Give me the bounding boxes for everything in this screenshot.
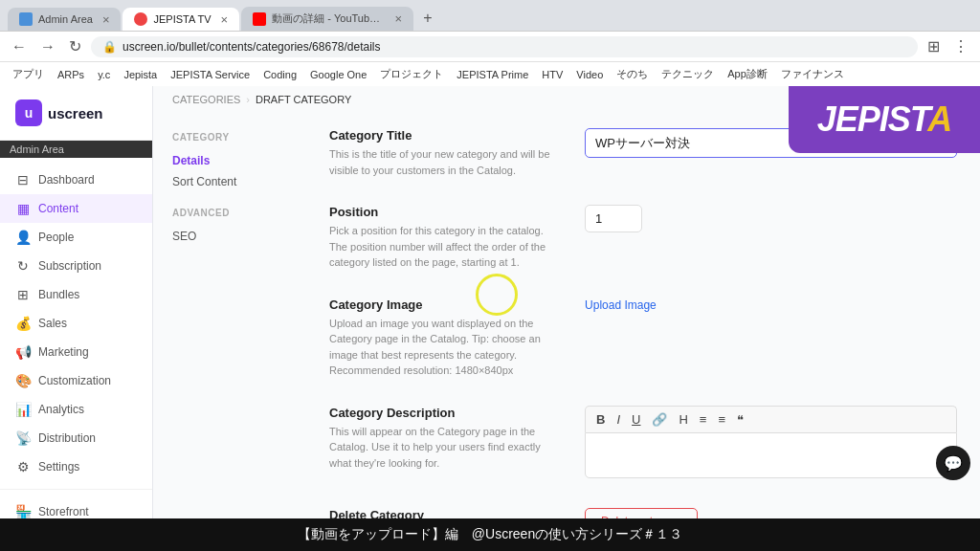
position-label: Position <box>329 205 562 219</box>
delete-category-row: Delete Category By clicking on this dele… <box>329 508 957 519</box>
people-icon: 👤 <box>15 230 31 245</box>
bookmark-finance[interactable]: ファイナンス <box>776 65 849 83</box>
tab-youtube[interactable]: 動画の詳細 - YouTube Studio × <box>241 7 413 31</box>
sidebar-item-analytics[interactable]: 📊 Analytics <box>0 395 152 424</box>
caption-bar: 【動画をアップロード】編 @Uscreenの使い方シリーズ＃１３ <box>0 518 980 551</box>
chat-icon: 💬 <box>944 454 963 473</box>
caption-text: 【動画をアップロード】編 @Uscreenの使い方シリーズ＃１３ <box>298 526 682 541</box>
bookmark-yc[interactable]: y.c <box>93 67 115 82</box>
left-panel-item-sort-content[interactable]: Sort Content <box>172 171 287 192</box>
tab-close-icon[interactable]: × <box>395 12 403 25</box>
marketing-icon: 📢 <box>15 344 31 360</box>
analytics-icon: 📊 <box>15 402 31 417</box>
rte-italic-button[interactable]: I <box>612 410 625 429</box>
sidebar-item-marketing[interactable]: 📢 Marketing <box>0 338 152 366</box>
bookmark-jepista[interactable]: Jepista <box>119 67 162 82</box>
rte-toolbar: B I U 🔗 H ≡ ≡ ❝ <box>585 406 957 432</box>
category-title-desc: This is the title of your new category a… <box>329 146 562 178</box>
sidebar-item-label: Analytics <box>38 403 84 416</box>
delete-category-button[interactable]: Delete category <box>585 508 698 519</box>
category-section-label: CATEGORY <box>172 132 287 143</box>
rte-bold-button[interactable]: B <box>591 410 610 429</box>
subscription-icon: ↻ <box>15 258 31 274</box>
rte-link-button[interactable]: 🔗 <box>647 410 672 429</box>
delete-category-label: Delete Category <box>329 508 562 519</box>
tab-admin[interactable]: Admin Area × <box>8 8 121 31</box>
back-button[interactable]: ← <box>8 36 31 57</box>
chat-bubble[interactable]: 💬 <box>936 446 970 480</box>
sidebar-nav: ⊟ Dashboard ▦ Content 👤 People ↻ Subscri… <box>0 158 152 489</box>
sidebar-item-storefront[interactable]: 🏪 Storefront <box>0 497 152 518</box>
advanced-section-label: ADVANCED <box>172 208 287 218</box>
rte-quote-button[interactable]: ❝ <box>732 410 748 429</box>
tab-close-icon[interactable]: × <box>102 13 110 26</box>
address-bar[interactable]: 🔒 uscreen.io/bullet/contents/categories/… <box>91 36 918 57</box>
logo-text: uscreen <box>48 105 103 121</box>
content-icon: ▦ <box>15 201 31 216</box>
category-title-label: Category Title <box>329 128 562 143</box>
delete-category-label-group: Delete Category By clicking on this dele… <box>329 508 562 519</box>
sidebar-item-label: Settings <box>38 460 79 474</box>
bookmark-apps[interactable]: アプリ <box>8 65 49 83</box>
rte-underline-button[interactable]: U <box>627 410 645 429</box>
bookmark-htv[interactable]: HTV <box>537 67 568 82</box>
category-image-label: Category Image <box>329 298 562 312</box>
rte-ordered-list-button[interactable]: ≡ <box>713 410 730 429</box>
category-description-label-group: Category Description This will appear on… <box>329 406 562 472</box>
sidebar-item-bundles[interactable]: ⊞ Bundles <box>0 280 152 309</box>
tab-favicon <box>19 12 33 26</box>
sidebar-item-distribution[interactable]: 📡 Distribution <box>0 424 152 452</box>
bookmark-tekuniku[interactable]: テクニック <box>657 65 719 83</box>
sidebar-item-content[interactable]: ▦ Content <box>0 194 152 223</box>
extensions-button[interactable]: ⊞ <box>924 35 944 57</box>
address-text: uscreen.io/bullet/contents/categories/68… <box>122 40 906 54</box>
sidebar-item-people[interactable]: 👤 People <box>0 223 152 252</box>
upload-image-link[interactable]: Upload Image <box>585 298 657 312</box>
breadcrumb-separator: › <box>246 94 250 105</box>
admin-area-link[interactable]: Admin Area <box>10 143 64 155</box>
rte-heading-button[interactable]: H <box>674 410 692 429</box>
bookmark-video[interactable]: Video <box>571 67 608 82</box>
position-input[interactable] <box>585 205 642 232</box>
left-panel-item-details[interactable]: Details <box>172 150 287 171</box>
category-description-control: B I U 🔗 H ≡ ≡ ❝ <box>585 406 957 481</box>
position-control <box>585 205 957 232</box>
bookmark-google-one[interactable]: Google One <box>305 67 371 82</box>
bookmark-jepista-prime[interactable]: JEPISTA Prime <box>452 67 533 82</box>
left-panel-item-seo[interactable]: SEO <box>172 226 287 247</box>
new-tab-button[interactable]: + <box>415 6 439 31</box>
category-image-row: Category Image Upload an image you want … <box>329 298 957 379</box>
category-title-label-group: Category Title This is the title of your… <box>329 128 562 178</box>
sidebar-item-label: Content <box>38 202 78 215</box>
sales-icon: 💰 <box>15 316 31 331</box>
bookmark-coding[interactable]: Coding <box>258 67 301 82</box>
menu-button[interactable]: ⋮ <box>949 35 972 57</box>
tab-close-icon[interactable]: × <box>221 13 229 26</box>
reload-button[interactable]: ↻ <box>65 35 85 57</box>
rte-list-button[interactable]: ≡ <box>695 410 712 429</box>
category-description-desc: This will appear on the Category page in… <box>329 424 562 472</box>
forward-button[interactable]: → <box>36 36 59 57</box>
bookmarks-bar: アプリ ARPs y.c Jepista JEPISTA Service Cod… <box>0 61 980 86</box>
bookmark-appdiag[interactable]: App診断 <box>723 65 772 83</box>
bookmark-sonotachi[interactable]: そのち <box>612 65 653 83</box>
bookmark-jepista-service[interactable]: JEPISTA Service <box>166 67 255 82</box>
browser-tabs: Admin Area × JEPISTA TV × 動画の詳細 - YouTub… <box>0 0 980 31</box>
position-desc: Pick a position for this category in the… <box>329 223 562 271</box>
sidebar-logo: u uscreen <box>0 86 152 141</box>
breadcrumb-parent[interactable]: CATEGORIES <box>172 94 240 105</box>
sidebar-item-label: Sales <box>38 317 67 330</box>
tab-label: 動画の詳細 - YouTube Studio <box>272 11 385 26</box>
tab-jepista[interactable]: JEPISTA TV × <box>122 8 239 31</box>
breadcrumb-current: DRAFT CATEGORY <box>256 94 351 105</box>
left-panel: CATEGORY Details Sort Content ADVANCED S… <box>153 113 306 518</box>
bookmark-arps[interactable]: ARPs <box>53 67 89 82</box>
sidebar-item-subscription[interactable]: ↻ Subscription <box>0 252 152 280</box>
category-description-textarea[interactable] <box>585 432 957 478</box>
sidebar-item-sales[interactable]: 💰 Sales <box>0 309 152 338</box>
bookmark-project[interactable]: プロジェクト <box>375 65 448 83</box>
sidebar-item-customization[interactable]: 🎨 Customization <box>0 366 152 395</box>
sidebar: u uscreen Admin Area ⊟ Dashboard ▦ Conte… <box>0 86 153 518</box>
sidebar-item-dashboard[interactable]: ⊟ Dashboard <box>0 165 152 194</box>
sidebar-item-settings[interactable]: ⚙ Settings <box>0 452 152 481</box>
